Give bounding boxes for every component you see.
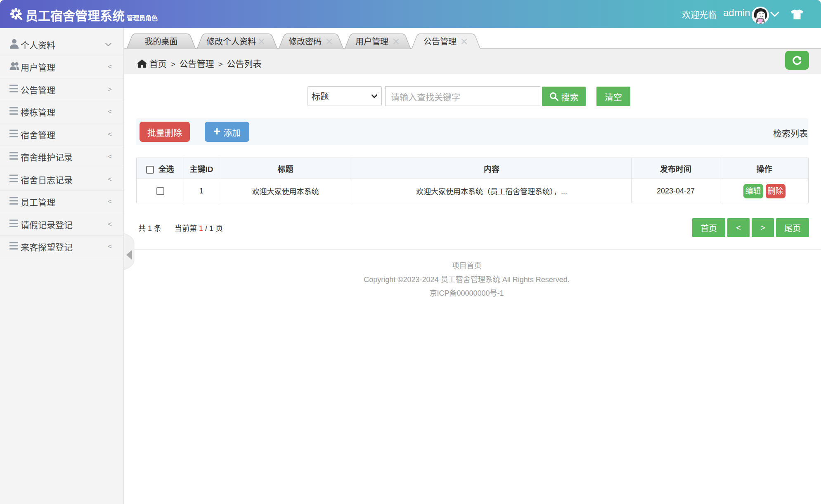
svg-text:用户管理: 用户管理 <box>355 37 388 46</box>
svg-text:我的桌面: 我的桌面 <box>145 37 178 46</box>
svg-text:修改个人资料: 修改个人资料 <box>206 37 256 46</box>
svg-text:公告管理: 公告管理 <box>424 37 457 46</box>
svg-text:修改密码: 修改密码 <box>289 37 322 46</box>
